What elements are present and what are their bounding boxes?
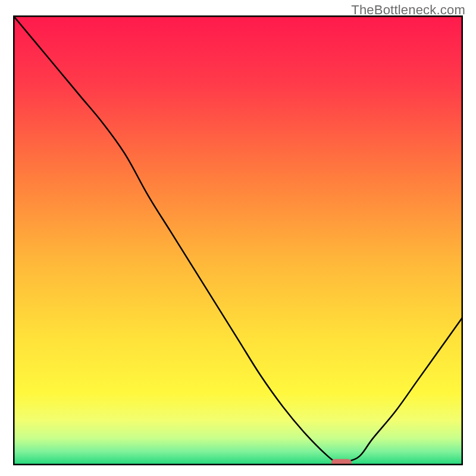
chart-background bbox=[13, 15, 463, 465]
bottleneck-line-chart bbox=[13, 15, 463, 465]
chart-container bbox=[13, 15, 463, 465]
